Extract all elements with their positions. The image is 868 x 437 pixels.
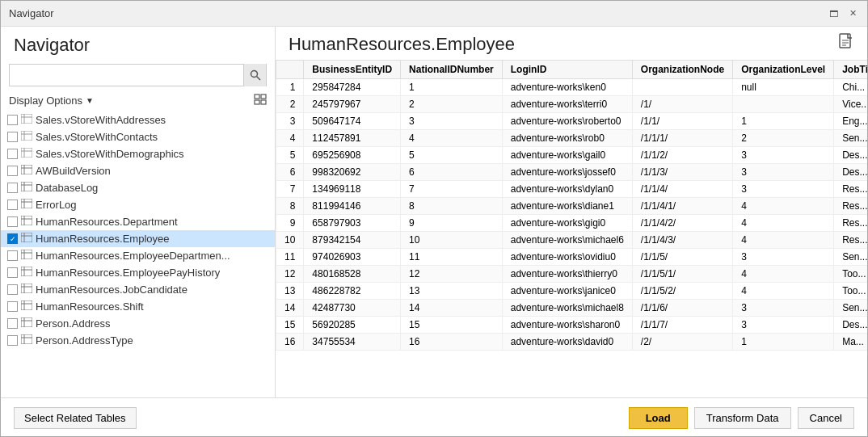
nav-item-checkbox[interactable]: ✓	[7, 233, 18, 244]
preview-title: HumanResources.Employee	[289, 34, 515, 55]
nav-item-checkbox[interactable]	[7, 166, 18, 176]
document-icon	[838, 33, 854, 51]
nav-item-label: HumanResources.Department	[36, 216, 178, 228]
nav-item-checkbox[interactable]	[7, 267, 18, 278]
svg-point-0	[251, 71, 257, 78]
view-icon-btn[interactable]	[254, 93, 267, 108]
nav-list-item[interactable]: Person.AddressType	[1, 332, 275, 349]
title-bar-controls: 🗖 ✕	[827, 7, 859, 20]
table-cell: 974026903	[304, 249, 401, 266]
nav-list-item[interactable]: Sales.vStoreWithAddresses	[1, 111, 275, 128]
svg-rect-36	[21, 284, 32, 293]
row-number: 16	[276, 334, 304, 351]
table-cell: 14	[401, 300, 503, 317]
table-row: 56952569085adventure-works\gail0/1/1/2/3…	[276, 147, 868, 164]
table-cell: 8	[401, 198, 503, 215]
table-cell: 4	[733, 283, 834, 300]
nav-item-checkbox[interactable]	[7, 250, 18, 261]
table-cell: 509647174	[304, 113, 401, 130]
table-row: 35096471743adventure-works\roberto0/1/1/…	[276, 113, 868, 130]
nav-item-label: Person.Address	[36, 317, 111, 330]
table-cell: /1/1/	[632, 113, 732, 130]
row-number: 7	[276, 181, 304, 198]
nav-item-checkbox[interactable]	[7, 183, 18, 193]
nav-item-label: HumanResources.EmployeeDepartmen...	[36, 250, 230, 262]
nav-list-item[interactable]: AWBuildVersion	[1, 162, 275, 179]
nav-item-checkbox[interactable]	[7, 200, 18, 210]
table-type-icon	[21, 250, 32, 262]
nav-item-checkbox[interactable]	[7, 216, 18, 227]
svg-rect-21	[21, 199, 32, 208]
table-cell: /1/1/4/3/	[632, 232, 732, 249]
table-cell: Eng...	[834, 113, 867, 130]
table-cell: adventure-works\roberto0	[502, 113, 632, 130]
nav-list-item[interactable]: HumanResources.Shift	[1, 298, 275, 315]
nav-list-item[interactable]: HumanResources.EmployeePayHistory	[1, 264, 275, 281]
svg-line-1	[256, 77, 260, 81]
search-icon-btn[interactable]	[243, 64, 266, 86]
nav-list-wrapper[interactable]: Sales.vStoreWithAddressesSales.vStoreWit…	[1, 111, 275, 397]
nav-item-label: HumanResources.Shift	[36, 300, 144, 313]
table-type-icon	[21, 148, 32, 160]
table-row: 1087934215410adventure-works\michael6/1/…	[276, 232, 868, 249]
row-number: 5	[276, 147, 304, 164]
table-row: 96587979039adventure-works\gigi0/1/1/4/2…	[276, 215, 868, 232]
nav-list-item[interactable]: DatabaseLog	[1, 179, 275, 196]
table-cell: Too...	[834, 266, 867, 283]
nav-item-label: HumanResources.EmployeePayHistory	[36, 267, 220, 279]
nav-list-item[interactable]: HumanResources.Department	[1, 213, 275, 230]
data-table-container[interactable]: BusinessEntityIDNationalIDNumberLoginIDO…	[276, 60, 867, 397]
table-cell: adventure-works\michael8	[502, 300, 632, 317]
cancel-button[interactable]: Cancel	[798, 407, 854, 429]
load-button[interactable]: Load	[629, 407, 688, 429]
nav-list-item[interactable]: Sales.vStoreWithDemographics	[1, 145, 275, 162]
nav-list-item[interactable]: HumanResources.EmployeeDepartmen...	[1, 247, 275, 264]
table-column-header: LoginID	[502, 61, 632, 79]
table-cell: adventure-works\ovidiu0	[502, 249, 632, 266]
nav-item-checkbox[interactable]	[7, 318, 18, 329]
table-cell: 695256908	[304, 147, 401, 164]
table-cell: /1/1/5/2/	[632, 283, 732, 300]
table-cell: 480168528	[304, 266, 401, 283]
nav-item-checkbox[interactable]	[7, 301, 18, 312]
minimize-button[interactable]: 🗖	[827, 7, 840, 20]
table-cell: 3	[733, 300, 834, 317]
action-buttons: Load Transform Data Cancel	[629, 407, 854, 429]
nav-item-label: DatabaseLog	[36, 182, 98, 194]
transform-data-button[interactable]: Transform Data	[694, 407, 791, 429]
row-number: 3	[276, 113, 304, 130]
search-input[interactable]	[10, 65, 243, 86]
close-button[interactable]: ✕	[846, 7, 859, 20]
nav-item-checkbox[interactable]	[7, 132, 18, 142]
table-cell: 811994146	[304, 198, 401, 215]
svg-rect-6	[21, 114, 32, 124]
row-number: 13	[276, 283, 304, 300]
select-related-button[interactable]: Select Related Tables	[14, 407, 137, 429]
svg-rect-2	[255, 95, 259, 99]
svg-rect-30	[21, 250, 32, 259]
table-cell: 11	[401, 249, 503, 266]
nav-item-checkbox[interactable]	[7, 115, 18, 125]
nav-item-checkbox[interactable]	[7, 284, 18, 295]
table-cell: Vice...	[834, 96, 867, 113]
nav-list-item[interactable]: HumanResources.JobCandidate	[1, 281, 275, 298]
preview-icon-btn[interactable]	[838, 33, 854, 55]
table-cell: 3	[733, 147, 834, 164]
display-options-button[interactable]: Display Options ▼	[9, 95, 94, 107]
table-cell: 112457891	[304, 130, 401, 147]
preview-header: HumanResources.Employee	[276, 27, 867, 60]
nav-list-item[interactable]: Sales.vStoreWithContacts	[1, 128, 275, 145]
nav-list-item[interactable]: Person.Address	[1, 315, 275, 332]
row-number: 11	[276, 249, 304, 266]
table-cell: Res...	[834, 215, 867, 232]
table-cell: Des...	[834, 147, 867, 164]
nav-list-item[interactable]: ErrorLog	[1, 196, 275, 213]
nav-list-item[interactable]: ✓HumanResources.Employee	[1, 230, 275, 247]
nav-item-checkbox[interactable]	[7, 335, 18, 346]
table-row: 12958472841adventure-works\ken0nullChi..…	[276, 79, 868, 96]
nav-item-checkbox[interactable]	[7, 149, 18, 159]
svg-rect-33	[21, 267, 32, 276]
svg-rect-45	[21, 334, 32, 344]
display-options-bar: Display Options ▼	[1, 90, 275, 111]
table-cell: Sen...	[834, 249, 867, 266]
